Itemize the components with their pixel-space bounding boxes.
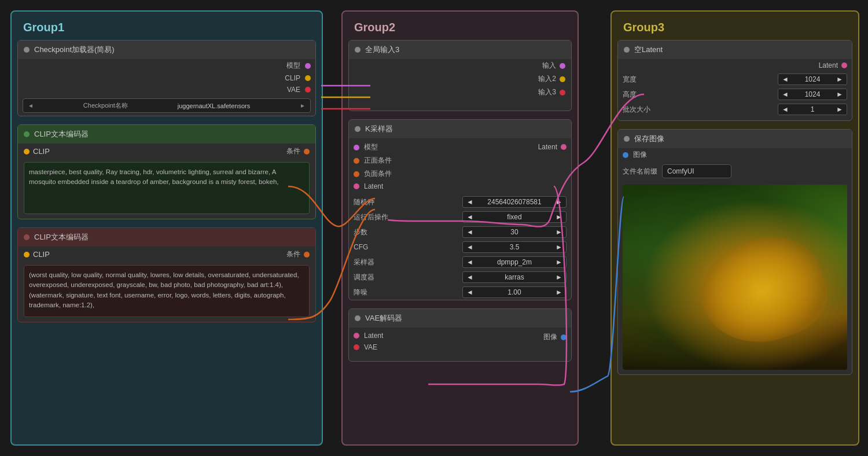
clip-neg-clip-text: CLIP: [33, 250, 50, 259]
ksampler-postop-arrow-r[interactable]: ►: [556, 213, 562, 221]
group1: Group1 Checkpoint加载器(简易) 模型 CLIP VAE ◄ C…: [10, 10, 323, 446]
ksampler-steps-arrow-l[interactable]: ◄: [466, 228, 473, 236]
ksampler-denoise-label: 降噪: [354, 288, 367, 297]
ksampler-steps-input[interactable]: ◄ 30 ►: [462, 226, 567, 238]
ksampler-steps-arrow-r[interactable]: ►: [556, 228, 562, 236]
checkpoint-arrow-left[interactable]: ◄: [28, 102, 34, 109]
vae-decoder-vae-input: VAE: [349, 341, 388, 353]
ksampler-denoise-input[interactable]: ◄ 1.00 ►: [462, 286, 567, 298]
ksampler-postop-label: 运行后操作: [354, 212, 388, 222]
save-image-filename-value: ComfyUI: [667, 167, 694, 175]
latent-batch-row: 批次大小 ◄ 1 ►: [618, 102, 852, 117]
save-image-title: 保存图像: [634, 134, 664, 144]
ksampler-model-dot: [354, 145, 359, 150]
latent-status-dot: [624, 47, 630, 53]
latent-width-arrow-l[interactable]: ◄: [782, 75, 789, 83]
save-image-input-label: 图像: [633, 150, 647, 160]
ksampler-denoise-arrow-r[interactable]: ►: [556, 288, 562, 296]
ksampler-postop-row: 运行后操作 ◄ fixed ►: [349, 209, 571, 225]
global-input-status-dot: [355, 47, 361, 53]
latent-height-label: 高度: [623, 90, 637, 100]
latent-title: 空Latent: [634, 45, 663, 55]
checkpoint-name-input[interactable]: ◄ Checkpoint名称 juggernautXL.safetensors …: [23, 98, 311, 113]
ksampler-postop-input[interactable]: ◄ fixed ►: [462, 211, 567, 223]
latent-batch-value: 1: [811, 105, 815, 113]
global-input-dot1: [560, 63, 565, 69]
ksampler-seed-value: 24564026078581: [487, 198, 541, 206]
checkpoint-model-output: 模型: [18, 59, 315, 72]
ksampler-title: K采样器: [365, 124, 393, 134]
latent-width-input[interactable]: ◄ 1024 ►: [778, 73, 847, 85]
ksampler-cfg-input[interactable]: ◄ 3.5 ►: [462, 241, 567, 253]
ksampler-latent-input: Latent: [349, 181, 396, 192]
save-image-preview: [623, 185, 847, 370]
generated-image: [623, 185, 847, 370]
latent-height-input[interactable]: ◄ 1024 ►: [778, 89, 847, 100]
checkpoint-model-label: 模型: [286, 61, 300, 71]
latent-height-value: 1024: [805, 90, 821, 98]
ksampler-params: 随机种 ◄ 24564026078581 ► 运行后操作 ◄ fixed ► 步…: [349, 194, 571, 300]
clip-neg-clip-row: CLIP 条件: [18, 247, 315, 262]
latent-batch-arrow-l[interactable]: ◄: [782, 105, 789, 113]
ksampler-cfg-label: CFG: [354, 243, 368, 251]
clip-pos-output-row: 条件: [286, 146, 310, 156]
ksampler-denoise-row: 降噪 ◄ 1.00 ►: [349, 285, 571, 300]
checkpoint-vae-dot: [305, 87, 311, 93]
ksampler-model-label: 模型: [364, 142, 378, 152]
save-image-filename-input[interactable]: ComfyUI: [662, 164, 731, 178]
clip-pos-header: CLIP文本编码器: [18, 125, 315, 144]
save-image-input-dot: [623, 152, 628, 158]
ksampler-neg-dot: [354, 171, 359, 177]
vae-decoder-latent-dot: [354, 333, 359, 339]
clip-neg-text[interactable]: (worst quality, low quality, normal qual…: [24, 265, 310, 317]
ksampler-cfg-arrow-r[interactable]: ►: [556, 243, 562, 251]
checkpoint-arrow-right[interactable]: ►: [300, 102, 306, 109]
latent-batch-arrow-r[interactable]: ►: [836, 105, 843, 113]
ksampler-sampler-input[interactable]: ◄ dpmpp_2m ►: [462, 256, 567, 268]
global-input-label2: 输入2: [538, 74, 556, 84]
ksampler-sampler-arrow-r[interactable]: ►: [556, 258, 562, 266]
ksampler-cfg-value: 3.5: [510, 243, 520, 251]
ksampler-scheduler-arrow-r[interactable]: ►: [556, 273, 562, 281]
latent-output: Latent: [618, 59, 852, 72]
global-input-output2: 输入2: [349, 72, 571, 86]
ksampler-scheduler-value: karras: [505, 273, 524, 281]
ksampler-scheduler-arrow-l[interactable]: ◄: [466, 273, 473, 281]
ksampler-sampler-arrow-l[interactable]: ◄: [466, 258, 473, 266]
ksampler-steps-row: 步数 ◄ 30 ►: [349, 225, 571, 240]
checkpoint-vae-output: VAE: [18, 84, 315, 95]
ksampler-node: K采样器 模型 正面条件 负面条件 Latent: [348, 119, 572, 300]
vae-decoder-latent-label: Latent: [364, 332, 383, 340]
ksampler-seed-arrow-r[interactable]: ►: [556, 198, 562, 206]
ksampler-scheduler-row: 调度器 ◄ karras ►: [349, 270, 571, 285]
save-image-input: 图像: [618, 148, 852, 161]
clip-pos-output-dot: [304, 149, 310, 155]
checkpoint-vae-label: VAE: [287, 86, 300, 94]
clip-neg-header: CLIP文本编码器: [18, 228, 315, 247]
clip-neg-output-label: 条件: [286, 249, 300, 259]
group2-title: Group2: [348, 17, 572, 40]
latent-height-arrow-l[interactable]: ◄: [782, 90, 789, 98]
save-image-node: 保存图像 图像 文件名前缀 ComfyUI: [617, 129, 852, 375]
clip-pos-clip-row: CLIP 条件: [18, 144, 315, 159]
vae-decoder-status-dot: [355, 315, 361, 321]
ksampler-scheduler-input[interactable]: ◄ karras ►: [462, 271, 567, 283]
ksampler-seed-arrow-l[interactable]: ◄: [466, 198, 473, 206]
clip-pos-text[interactable]: masterpiece, best quality, Ray tracing, …: [24, 162, 310, 214]
ksampler-pos-label: 正面条件: [364, 156, 392, 166]
latent-width-arrow-r[interactable]: ►: [836, 75, 843, 83]
clip-neg-status-dot: [24, 234, 30, 240]
ksampler-postop-arrow-l[interactable]: ◄: [466, 213, 473, 221]
latent-batch-input[interactable]: ◄ 1 ►: [778, 104, 847, 115]
latent-height-arrow-r[interactable]: ►: [836, 90, 843, 98]
checkpoint-field-row: ◄ Checkpoint名称 juggernautXL.safetensors …: [18, 95, 315, 116]
vae-decoder-vae-dot: [354, 344, 359, 350]
checkpoint-clip-label: CLIP: [285, 74, 300, 82]
ksampler-header: K采样器: [349, 120, 571, 138]
clip-neg-output-dot: [304, 252, 310, 258]
vae-decoder-vae-label: VAE: [364, 343, 377, 351]
ksampler-seed-input[interactable]: ◄ 24564026078581 ►: [462, 196, 567, 208]
ksampler-denoise-arrow-l[interactable]: ◄: [466, 288, 473, 296]
vae-decoder-latent-input: Latent: [349, 330, 388, 341]
ksampler-cfg-arrow-l[interactable]: ◄: [466, 243, 473, 251]
